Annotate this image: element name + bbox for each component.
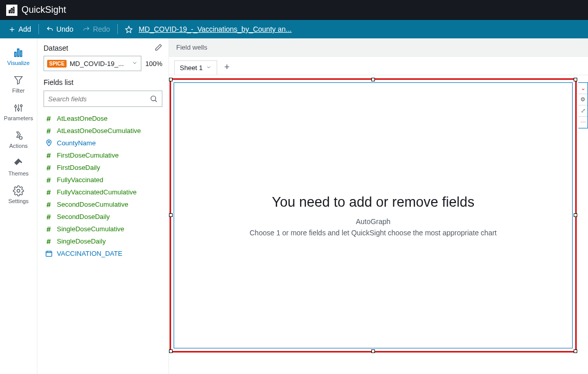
add-label: Add: [18, 25, 31, 33]
svg-rect-3: [15, 52, 16, 56]
favorite-button[interactable]: [122, 20, 136, 38]
visual-maximize-icon[interactable]: ⤢: [578, 105, 587, 117]
field-item[interactable]: AtLeastOneDose: [44, 112, 162, 124]
field-item[interactable]: FirstDoseCumulative: [44, 149, 162, 161]
visual-expand-icon[interactable]: ⌄: [578, 83, 587, 94]
number-type-icon: [45, 225, 53, 233]
canvas-body[interactable]: You need to add or remove fields AutoGra…: [169, 75, 588, 374]
resize-handle[interactable]: [371, 349, 375, 353]
field-item[interactable]: SingleDoseDaily: [44, 235, 162, 247]
redo-label: Redo: [93, 25, 110, 33]
sheet-tab[interactable]: Sheet 1: [174, 60, 217, 75]
dataset-name: MD_COVID-19_...: [70, 60, 129, 68]
nav-themes[interactable]: Themes: [0, 154, 37, 180]
field-item[interactable]: CountyName: [44, 137, 162, 149]
dataset-select[interactable]: SPICE MD_COVID-19_...: [44, 56, 141, 71]
number-type-icon: [45, 188, 53, 196]
number-type-icon: [45, 237, 53, 245]
search-fields-input[interactable]: [48, 95, 150, 103]
fields-list-label: Fields list: [44, 78, 162, 86]
visual-placeholder[interactable]: You need to add or remove fields AutoGra…: [174, 82, 573, 348]
svg-point-10: [17, 189, 20, 192]
field-item[interactable]: AtLeastOneDoseCumulative: [44, 124, 162, 137]
nav-label: Actions: [9, 143, 28, 149]
field-name: AtLeastOneDoseCumulative: [57, 127, 141, 135]
field-item[interactable]: FullyVaccinated: [44, 173, 162, 186]
chevron-down-icon: [132, 60, 138, 68]
main-toolbar: Add Undo Redo MD_COVID-19_-_Vaccinations…: [0, 20, 588, 38]
number-type-icon: [45, 163, 53, 171]
resize-handle[interactable]: [169, 78, 173, 81]
field-name: SingleDoseCumulative: [57, 225, 124, 233]
nav-actions[interactable]: Actions: [0, 126, 37, 152]
resize-handle[interactable]: [169, 213, 173, 217]
nav-rail: Visualize Filter Parameters Actions Them…: [0, 38, 37, 374]
number-type-icon: [45, 212, 53, 221]
field-name: FullyVaccinated: [57, 176, 103, 184]
visual-subtitle: AutoGraph: [356, 217, 391, 226]
field-name: FullyVaccinatedCumulative: [57, 188, 137, 196]
resize-handle[interactable]: [169, 349, 173, 353]
quicksight-logo-icon: [6, 5, 17, 16]
spice-badge: SPICE: [47, 60, 67, 68]
resize-handle[interactable]: [371, 78, 375, 81]
nav-filter[interactable]: Filter: [0, 71, 37, 97]
field-item[interactable]: SecondDoseCumulative: [44, 198, 162, 210]
number-type-icon: [45, 200, 53, 208]
svg-rect-4: [17, 49, 19, 57]
chevron-down-icon[interactable]: [206, 64, 212, 72]
visual-title: You need to add or remove fields: [272, 194, 474, 210]
nav-settings[interactable]: Settings: [0, 182, 37, 207]
nav-label: Visualize: [7, 60, 30, 66]
visual-controls: ⌄ ⚙ ⤢ ⋯: [578, 82, 588, 128]
geo-type-icon: [45, 139, 53, 147]
add-sheet-button[interactable]: +: [220, 60, 234, 75]
number-type-icon: [45, 126, 53, 135]
field-name: AtLeastOneDose: [57, 115, 108, 122]
field-wells-label: Field wells: [176, 43, 207, 51]
date-type-icon: [45, 249, 53, 257]
field-item[interactable]: SingleDoseCumulative: [44, 223, 162, 235]
add-button[interactable]: Add: [5, 20, 34, 38]
svg-point-7: [17, 108, 19, 111]
field-wells-bar[interactable]: Field wells: [169, 38, 588, 57]
sheet-tab-label: Sheet 1: [180, 64, 203, 72]
field-item[interactable]: FullyVaccinatedCumulative: [44, 186, 162, 198]
search-icon: [150, 95, 158, 103]
visual-settings-icon[interactable]: ⚙: [578, 94, 587, 105]
app-name: QuickSight: [22, 5, 66, 15]
svg-point-12: [48, 141, 49, 143]
undo-label: Undo: [56, 25, 73, 33]
svg-point-9: [19, 137, 23, 140]
resize-handle[interactable]: [574, 213, 577, 217]
canvas-area: Field wells Sheet 1 +: [169, 38, 588, 374]
undo-button[interactable]: Undo: [43, 20, 76, 38]
dataset-label: Dataset: [44, 44, 68, 52]
field-item[interactable]: VACCINATION_DATE: [44, 247, 162, 259]
nav-visualize[interactable]: Visualize: [0, 43, 37, 69]
spice-percent: 100%: [145, 60, 162, 68]
visual-more-icon[interactable]: ⋯: [578, 117, 587, 128]
number-type-icon: [45, 114, 53, 122]
field-name: CountyName: [57, 139, 96, 147]
number-type-icon: [45, 175, 53, 184]
field-name: FirstDoseDaily: [57, 164, 100, 171]
fields-panel: Dataset SPICE MD_COVID-19_... 100% Field…: [37, 38, 169, 374]
nav-label: Filter: [12, 87, 25, 94]
nav-parameters[interactable]: Parameters: [0, 99, 37, 124]
resize-handle[interactable]: [574, 349, 577, 353]
resize-handle[interactable]: [574, 78, 577, 81]
field-name: SecondDoseCumulative: [57, 201, 128, 208]
field-item[interactable]: SecondDoseDaily: [44, 210, 162, 223]
field-item[interactable]: FirstDoseDaily: [44, 161, 162, 173]
toolbar-divider: [117, 24, 118, 34]
edit-dataset-icon[interactable]: [155, 43, 162, 53]
field-name: SingleDoseDaily: [57, 237, 106, 245]
nav-label: Settings: [8, 198, 29, 204]
fields-list: AtLeastOneDoseAtLeastOneDoseCumulativeCo…: [44, 112, 162, 259]
app-header: QuickSight: [0, 0, 588, 20]
number-type-icon: [45, 151, 53, 159]
analysis-title-link[interactable]: MD_COVID-19_-_Vaccinations_by_County an.…: [139, 25, 292, 33]
search-fields-wrap[interactable]: [44, 91, 162, 107]
redo-button[interactable]: Redo: [79, 20, 113, 38]
